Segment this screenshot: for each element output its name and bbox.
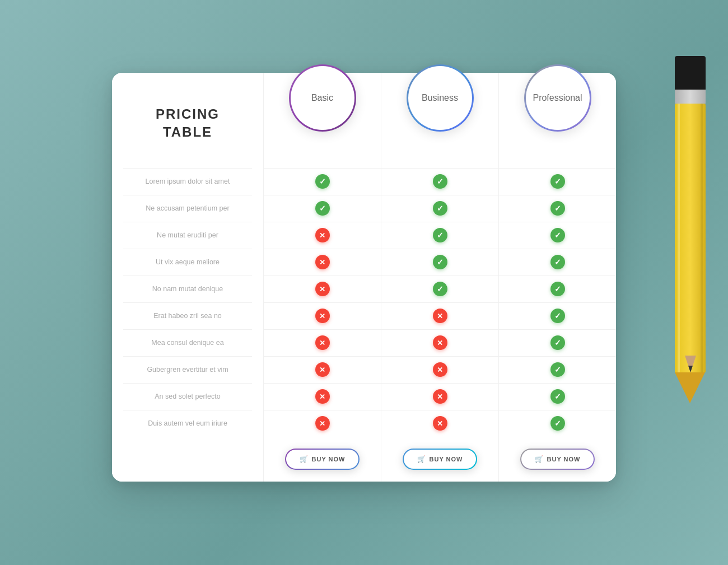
feature-row: An sed solet perfecto (123, 383, 252, 410)
pencil-tip-dark (675, 56, 706, 90)
icon-row (499, 356, 616, 383)
plan-footer-business: 🛒BUY NOW (381, 437, 498, 482)
icon-row (264, 195, 381, 222)
buy-now-button-business[interactable]: 🛒BUY NOW (403, 449, 478, 470)
cross-icon (315, 309, 330, 323)
check-icon (315, 174, 330, 189)
icon-row (381, 168, 498, 195)
table-title: PRICING TABLE (123, 73, 252, 168)
pencil-wrapper (675, 56, 706, 381)
check-icon (550, 389, 565, 404)
check-icon (550, 201, 565, 216)
plan-header-business: Business (381, 73, 498, 168)
check-icon (550, 309, 565, 323)
check-icon (315, 201, 330, 216)
cross-icon (433, 389, 447, 404)
pencil-body (675, 104, 706, 372)
icon-row (499, 302, 616, 329)
plan-column-basic: Basic🛒BUY NOW (263, 73, 381, 482)
feature-rows: Lorem ipsum dolor sit ametNe accusam pet… (123, 168, 252, 437)
feature-row: Ne mutat eruditi per (123, 222, 252, 249)
feature-row: No nam mutat denique (123, 276, 252, 302)
cart-icon: 🛒 (300, 455, 309, 463)
icon-row (264, 249, 381, 276)
icon-row (499, 410, 616, 437)
feature-row: Ne accusam petentium per (123, 195, 252, 222)
plan-circle-basic: Basic (289, 64, 356, 132)
icon-row (264, 222, 381, 249)
icon-row (499, 195, 616, 222)
check-icon (433, 282, 447, 296)
buy-now-label: BUY NOW (547, 456, 581, 463)
icon-row (499, 249, 616, 276)
check-icon (433, 174, 447, 189)
icon-row (381, 410, 498, 437)
check-icon (550, 362, 565, 377)
cross-icon (315, 228, 330, 242)
cross-icon (433, 416, 447, 431)
icon-row (264, 168, 381, 195)
icon-row (381, 356, 498, 383)
pricing-table-heading: PRICING TABLE (156, 105, 220, 140)
feature-footer (123, 437, 252, 482)
cross-icon (315, 416, 330, 431)
plan-icons-business (381, 168, 498, 437)
plan-column-business: Business🛒BUY NOW (381, 73, 498, 482)
check-icon (550, 255, 565, 269)
icon-row (381, 222, 498, 249)
plan-name-basic: Basic (311, 93, 333, 103)
pencil-graphite (688, 366, 693, 372)
cross-icon (315, 335, 330, 350)
plan-icons-professional (499, 168, 616, 437)
icon-row (381, 249, 498, 276)
check-icon (550, 174, 565, 189)
buy-now-label: BUY NOW (312, 456, 346, 463)
plan-name-professional: Professional (533, 93, 582, 103)
feature-row: Mea consul denique ea (123, 329, 252, 356)
icon-row (499, 222, 616, 249)
page-wrapper: PRICING TABLE Lorem ipsum dolor sit amet… (56, 73, 672, 482)
features-column: PRICING TABLE Lorem ipsum dolor sit amet… (112, 73, 263, 482)
icon-row (381, 302, 498, 329)
check-icon (550, 282, 565, 296)
icon-row (264, 329, 381, 356)
feature-row: Duis autem vel eum iriure (123, 410, 252, 437)
pencil-cone (675, 372, 705, 403)
pencil-ferrule (675, 90, 706, 104)
plan-name-business: Business (422, 93, 458, 103)
icon-row (264, 356, 381, 383)
plan-icons-basic (264, 168, 381, 437)
icon-row (381, 329, 498, 356)
plan-footer-basic: 🛒BUY NOW (264, 437, 381, 482)
check-icon (433, 201, 447, 216)
cross-icon (433, 362, 447, 377)
cross-icon (315, 362, 330, 377)
plan-circle-professional: Professional (524, 64, 591, 132)
buy-now-button-basic[interactable]: 🛒BUY NOW (285, 449, 360, 470)
plan-header-basic: Basic (264, 73, 381, 168)
feature-row: Gubergren evertitur et vim (123, 356, 252, 383)
icon-row (264, 276, 381, 302)
icon-row (381, 276, 498, 302)
plan-footer-professional: 🛒BUY NOW (499, 437, 616, 482)
feature-row: Lorem ipsum dolor sit amet (123, 168, 252, 195)
pricing-table: PRICING TABLE Lorem ipsum dolor sit amet… (112, 73, 616, 482)
icon-row (499, 383, 616, 410)
cross-icon (433, 309, 447, 323)
cross-icon (433, 335, 447, 350)
buy-now-button-professional[interactable]: 🛒BUY NOW (520, 449, 595, 470)
check-icon (550, 416, 565, 431)
cross-icon (315, 255, 330, 269)
buy-now-label: BUY NOW (430, 456, 463, 463)
plan-circle-business: Business (407, 64, 474, 132)
icon-row (381, 195, 498, 222)
cross-icon (315, 282, 330, 296)
feature-row: Ut vix aeque meliore (123, 249, 252, 276)
icon-row (264, 410, 381, 437)
icon-row (499, 276, 616, 302)
check-icon (433, 255, 447, 269)
check-icon (433, 228, 447, 242)
cart-icon: 🛒 (417, 455, 426, 463)
check-icon (550, 228, 565, 242)
plan-header-professional: Professional (499, 73, 616, 168)
